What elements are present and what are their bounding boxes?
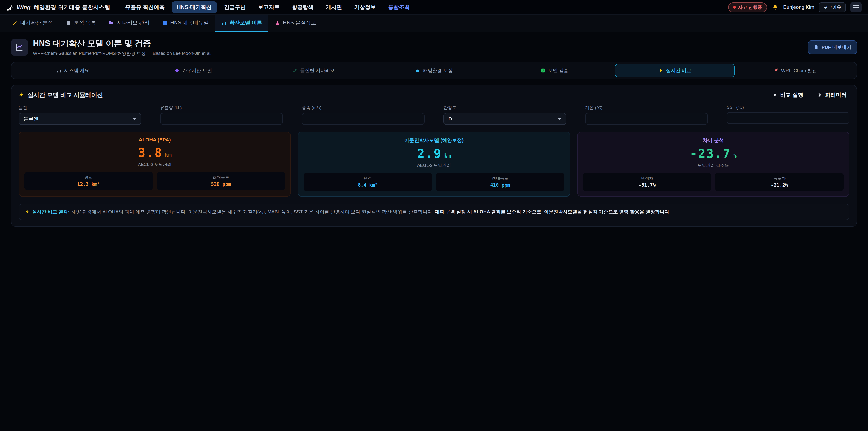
stat-max-concentration: 최대농도 520 ppm bbox=[157, 172, 285, 190]
card-value: 2.9km bbox=[304, 147, 564, 161]
nav-item-aerial-search[interactable]: 항공탐색 bbox=[287, 1, 318, 13]
page-chart-icon bbox=[11, 39, 28, 56]
pdf-export-button[interactable]: PDF 내보내기 bbox=[808, 40, 857, 54]
section-tab-label: 시스템 개요 bbox=[64, 67, 89, 74]
tab-atmos-analysis[interactable]: 대기확산 분석 bbox=[6, 15, 59, 32]
tab-label: 시나리오 관리 bbox=[117, 19, 149, 26]
app-title: 해양환경 위기대응 통합시스템 bbox=[34, 4, 110, 11]
tab-scenario-management[interactable]: 시나리오 관리 bbox=[103, 15, 155, 32]
stat-label: 농도차 bbox=[717, 176, 842, 181]
clapperboard-icon bbox=[109, 20, 114, 26]
tab-hns-substance-info[interactable]: HNS 물질정보 bbox=[269, 15, 322, 32]
field-substance: 물질 톨루엔 bbox=[19, 105, 141, 125]
topnav-right: 사고 진행중 Eunjeong Kim 로그아웃 bbox=[728, 2, 862, 12]
parameters-button[interactable]: 파라미터 bbox=[814, 91, 849, 99]
check-square-icon bbox=[540, 68, 546, 73]
section-tabs: 시스템 개요 가우시안 모델 물질별 시나리오 해양환경 보정 모델 검증 실시… bbox=[11, 62, 857, 79]
parameters-button-label: 파라미터 bbox=[825, 91, 847, 98]
stability-select[interactable]: D bbox=[443, 113, 566, 125]
stat-value: 12.3 km² bbox=[26, 182, 151, 187]
pdf-button-label: PDF 내보내기 bbox=[822, 44, 851, 51]
nav-item-oil-spill[interactable]: 유출유 확산예측 bbox=[120, 1, 170, 13]
tab-label: 대기확산 분석 bbox=[20, 19, 53, 26]
tab-hns-manual[interactable]: HNS 대응매뉴얼 bbox=[156, 15, 215, 32]
section-tab-gaussian-model[interactable]: 가우시안 모델 bbox=[133, 64, 254, 77]
value-unit: km bbox=[444, 153, 451, 159]
sub-navigation: 대기확산 분석 분석 목록 시나리오 관리 HNS 대응매뉴얼 확산모델 이론 … bbox=[0, 15, 868, 32]
page-header-text: HNS 대기확산 모델 이론 및 검증 WRF-Chem·Gaussian Pl… bbox=[33, 38, 212, 57]
tab-diffusion-model-theory[interactable]: 확산모델 이론 bbox=[215, 15, 268, 32]
incident-badge-label: 사고 진행중 bbox=[738, 4, 762, 10]
section-tab-system-overview[interactable]: 시스템 개요 bbox=[13, 64, 133, 77]
bell-icon[interactable] bbox=[772, 4, 779, 11]
stat-label: 최대농도 bbox=[438, 176, 563, 181]
value-number: 2.9 bbox=[417, 147, 442, 161]
substance-select[interactable]: 톨루엔 bbox=[19, 113, 141, 125]
note-bold-text: 대피 구역 설정 시 ALOHA 결과를 보수적 기준으로, 이문진박사모델을 … bbox=[435, 209, 671, 214]
panel-actions: 비교 실행 파라미터 bbox=[770, 91, 849, 99]
tab-label: 확산모델 이론 bbox=[229, 19, 262, 26]
nav-item-weather[interactable]: 기상정보 bbox=[349, 1, 381, 13]
logout-button[interactable]: 로그아웃 bbox=[819, 2, 846, 12]
nav-item-reports[interactable]: 보고자료 bbox=[253, 1, 285, 13]
stat-concentration-difference: 농도차 -21.2% bbox=[715, 173, 844, 191]
nav-item-board[interactable]: 게시판 bbox=[321, 1, 347, 13]
book-icon bbox=[162, 20, 167, 26]
field-wind-speed: 풍속 (m/s) bbox=[302, 105, 425, 125]
spill-amount-input[interactable] bbox=[160, 113, 283, 125]
stat-value: -21.2% bbox=[717, 182, 842, 188]
document-icon bbox=[66, 20, 71, 26]
nav-item-integrated-search[interactable]: 통합조회 bbox=[383, 1, 415, 13]
stat-label: 면적 bbox=[26, 175, 151, 180]
logo-text: Wing bbox=[17, 4, 31, 11]
result-card-difference: 차이 분석 -23.7% 도달거리 감소율 면적차 -31.7% 농도차 -21… bbox=[577, 131, 849, 197]
card-stats: 면적 12.3 km² 최대농도 520 ppm bbox=[24, 172, 285, 190]
value-unit: % bbox=[733, 153, 737, 159]
value-unit: km bbox=[165, 152, 172, 158]
section-tab-substance-scenarios[interactable]: 물질별 시나리오 bbox=[253, 64, 374, 77]
realtime-comparison-panel: 실시간 모델 비교 시뮬레이션 비교 실행 파라미터 물질 톨루엔 유출량 (k bbox=[11, 85, 857, 227]
stat-value: 8.4 km² bbox=[305, 182, 430, 188]
wing-logo-icon bbox=[6, 4, 13, 11]
section-tab-label: 모델 검증 bbox=[548, 67, 568, 74]
result-cards: ALOHA (EPA) 3.8km AEGL-2 도달거리 면적 12.3 km… bbox=[19, 131, 849, 197]
stat-label: 최대농도 bbox=[159, 175, 283, 180]
card-value: 3.8km bbox=[24, 146, 285, 160]
result-card-aloha: ALOHA (EPA) 3.8km AEGL-2 도달거리 면적 12.3 km… bbox=[19, 131, 291, 197]
section-tab-label: 가우시안 모델 bbox=[182, 67, 212, 74]
stat-area-difference: 면적차 -31.7% bbox=[583, 173, 711, 191]
page-subtitle: WRF-Chem·Gaussian Plume/Puff·ROMS·해양환경 보… bbox=[33, 51, 212, 57]
pencil-icon bbox=[292, 68, 298, 73]
tab-label: HNS 대응매뉴얼 bbox=[170, 19, 209, 26]
value-number: -23.7 bbox=[690, 147, 731, 161]
menu-hamburger-icon[interactable] bbox=[850, 2, 862, 12]
run-button-label: 비교 실행 bbox=[780, 91, 803, 98]
panel-title-label: 실시간 모델 비교 시뮬레이션 bbox=[28, 91, 103, 99]
sst-input[interactable] bbox=[727, 112, 849, 124]
section-tab-marine-correction[interactable]: 해양환경 보정 bbox=[374, 64, 494, 77]
card-title: ALOHA (EPA) bbox=[24, 137, 285, 143]
nav-item-rescue[interactable]: 긴급구난 bbox=[219, 1, 251, 13]
tab-analysis-list[interactable]: 분석 목록 bbox=[60, 15, 102, 32]
card-subtitle: 도달거리 감소율 bbox=[583, 162, 844, 168]
section-tab-realtime-comparison[interactable]: 실시간 비교 bbox=[615, 64, 735, 77]
pencil-icon bbox=[12, 20, 18, 26]
section-tab-wrf-chem[interactable]: WRF-Chem 발전 bbox=[735, 64, 855, 77]
section-tab-model-validation[interactable]: 모델 검증 bbox=[494, 64, 615, 77]
lightning-icon bbox=[25, 209, 30, 214]
field-label: 유출량 (kL) bbox=[160, 105, 283, 111]
run-comparison-button[interactable]: 비교 실행 bbox=[770, 91, 806, 99]
panel-title: 실시간 모델 비교 시뮬레이션 bbox=[19, 91, 103, 99]
comparison-result-note: 실시간 비교 결과:해양 환경에서 ALOHA의 과대 예측 경향이 확인됩니다… bbox=[19, 204, 849, 220]
user-name: Eunjeong Kim bbox=[783, 4, 814, 10]
card-subtitle: AEGL-2 도달거리 bbox=[304, 162, 564, 168]
incident-dot-icon bbox=[733, 6, 736, 8]
brand: Wing 해양환경 위기대응 통합시스템 bbox=[6, 4, 110, 11]
nav-item-hns-atmos[interactable]: HNS·대기확산 bbox=[172, 1, 217, 13]
field-label: SST (°C) bbox=[727, 105, 849, 110]
card-title: 이문진박사모델 (해양보정) bbox=[304, 137, 564, 144]
temperature-input[interactable] bbox=[585, 113, 708, 125]
field-label: 풍속 (m/s) bbox=[302, 105, 425, 111]
wind-speed-input[interactable] bbox=[302, 113, 425, 125]
value-number: 3.8 bbox=[138, 146, 163, 160]
